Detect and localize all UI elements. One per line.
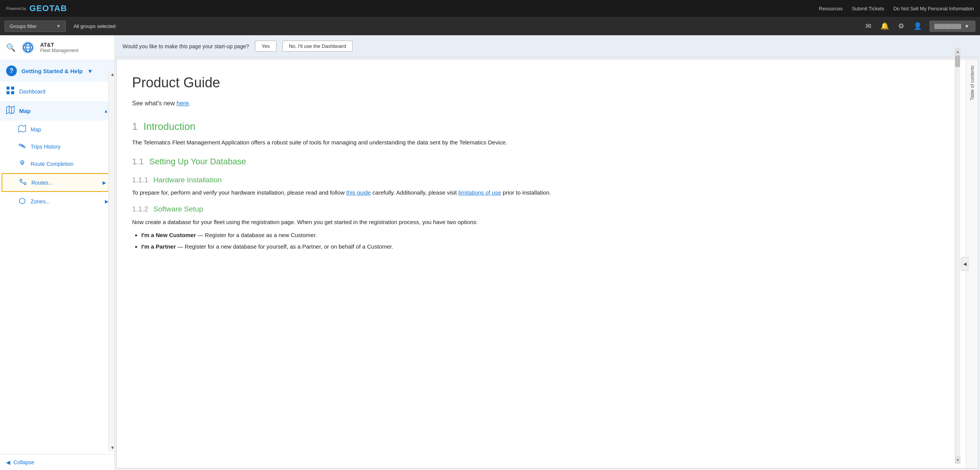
geotab-logo: GEOTAB	[29, 3, 67, 13]
section-111-title: Hardware Installation	[154, 176, 222, 184]
top-bar-logo-area: Powered by GEOTAB	[6, 3, 67, 13]
collapse-button[interactable]: ◀ Collapse	[0, 454, 114, 470]
list-item-partner: I'm a Partner — Register for a new datab…	[141, 242, 951, 251]
zones-label: Zones...	[31, 198, 50, 205]
do-not-sell-link[interactable]: Do Not Sell My Personal Information	[893, 6, 974, 11]
startup-question: Would you like to make this page your st…	[122, 43, 249, 49]
map-label: Map	[31, 126, 41, 133]
see-new-suffix: .	[189, 100, 190, 106]
sidebar-item-dashboard[interactable]: Dashboard	[0, 82, 114, 101]
resources-link[interactable]: Resources	[819, 6, 843, 11]
sidebar-item-getting-started[interactable]: ? Getting Started & Help ▼	[0, 60, 114, 82]
section-112-title: Software Setup	[154, 205, 203, 213]
sidebar-section-map[interactable]: Map ▲	[0, 101, 114, 121]
att-logo-svg	[21, 41, 35, 54]
startup-no-button[interactable]: No, I'll use the Dashboard	[283, 41, 353, 52]
map-section-icon	[6, 106, 15, 116]
section-112-heading: 1.1.2 Software Setup	[132, 203, 951, 215]
startup-yes-button[interactable]: Yes	[255, 41, 276, 52]
sidebar-scroll-up-button[interactable]: ▲	[109, 70, 115, 78]
dashboard-label: Dashboard	[19, 88, 46, 95]
getting-started-label: Getting Started & Help	[21, 68, 83, 74]
section-1-heading: 1 Introduction	[132, 119, 951, 135]
doc-scroll-thumb-inner	[955, 59, 960, 67]
svg-rect-7	[7, 91, 10, 94]
routes-arrow-icon: ▶	[103, 180, 106, 185]
see-new-para: See what's new here.	[132, 98, 951, 108]
limitations-link[interactable]: limitations of use	[458, 189, 501, 196]
groups-filter-button[interactable]: Groups filter ▼	[5, 21, 66, 32]
doc-scroll-down-button[interactable]: ▼	[955, 456, 960, 464]
sidebar-item-routes[interactable]: Routes... ▶	[2, 173, 113, 192]
sidebar-scrollbar: ▲ ▼	[108, 70, 114, 452]
main-layout: 🔍 AT&T Fleet Management ? Getting S	[0, 35, 980, 470]
sidebar-item-zones[interactable]: Zones... ▶	[0, 193, 114, 210]
section-111-body: To prepare for, perform and verify your …	[132, 188, 951, 197]
list-item-new-customer: I'm a New Customer — Register for a data…	[141, 231, 951, 240]
user-dropdown[interactable]: ▓▓▓▓▓▓▓▓ ▼	[929, 21, 975, 32]
product-guide-title: Product Guide	[132, 72, 951, 94]
section-11-title: Setting Up Your Database	[149, 157, 246, 166]
sidebar-scroll-down-button[interactable]: ▼	[109, 444, 115, 452]
zones-arrow-icon: ▶	[105, 199, 108, 204]
sidebar-item-route-completion[interactable]: Route Completion	[0, 155, 114, 172]
content-area: Would you like to make this page your st…	[115, 35, 980, 470]
collapse-icon: ◀	[6, 459, 10, 465]
section-111-heading: 1.1.1 Hardware Installation	[132, 174, 951, 186]
map-icon	[18, 125, 26, 134]
svg-point-15	[19, 144, 21, 146]
doc-area: ▲ ▼ Product Guide See what's new here. 1…	[116, 59, 978, 468]
trips-history-label: Trips History	[31, 144, 60, 150]
section-11-num: 1.1	[132, 157, 144, 166]
partner-text: — Register for a new database for yourse…	[176, 243, 393, 250]
map-sub-items: Map Trips History	[0, 121, 114, 210]
sidebar-bottom: ◀ Collapse	[0, 454, 114, 470]
sidebar-nav: ? Getting Started & Help ▼ Dashboard	[0, 60, 114, 454]
toc-label[interactable]: Table of contents	[970, 66, 975, 100]
dashboard-icon	[6, 86, 15, 97]
doc-scroll-thumb	[955, 59, 960, 456]
all-groups-text: All groups selected	[74, 23, 116, 29]
org-subtitle: Fleet Management	[40, 48, 78, 53]
sidebar-item-map[interactable]: Map	[0, 121, 114, 138]
new-customer-text: — Register for a database as a new Custo…	[196, 232, 317, 238]
partner-bold: I'm a Partner	[141, 243, 176, 250]
user-icon[interactable]: 👤	[912, 20, 923, 32]
getting-started-collapse-icon: ▼	[87, 68, 93, 74]
bell-icon[interactable]: 🔔	[879, 20, 890, 32]
section-1-body: The Telematics Fleet Management Applicat…	[132, 138, 951, 147]
startup-bar: Would you like to make this page your st…	[115, 35, 980, 57]
section-111-body-prefix: To prepare for, perform and verify your …	[132, 189, 346, 196]
this-guide-link[interactable]: this guide	[346, 189, 371, 196]
submit-tickets-link[interactable]: Submit Tickets	[852, 6, 884, 11]
gear-icon[interactable]: ⚙	[897, 20, 906, 32]
toc-sidebar: ◀ Table of contents	[966, 59, 978, 468]
new-customer-bold: I'm a New Customer	[141, 232, 196, 238]
svg-rect-6	[11, 87, 14, 90]
toc-collapse-button[interactable]: ◀	[961, 257, 969, 271]
search-icon[interactable]: 🔍	[6, 43, 16, 52]
section-1-title: Introduction	[144, 121, 196, 132]
map-section-collapse-icon: ▲	[104, 108, 108, 114]
section-112-num: 1.1.2	[132, 205, 148, 213]
trips-history-icon	[18, 142, 26, 151]
powered-by-text: Powered by	[6, 7, 26, 11]
section-1-num: 1	[132, 121, 137, 132]
top-bar-nav: Resources Submit Tickets Do Not Sell My …	[819, 6, 974, 11]
see-new-prefix: See what's new	[132, 100, 176, 106]
route-completion-label: Route Completion	[31, 161, 74, 167]
svg-point-19	[20, 179, 22, 181]
user-dropdown-arrow: ▼	[964, 23, 969, 29]
svg-marker-12	[19, 125, 26, 132]
user-dropdown-name: ▓▓▓▓▓▓▓▓	[934, 23, 961, 29]
mail-icon[interactable]: ✉	[864, 20, 873, 32]
options-list: I'm a New Customer — Register for a data…	[141, 231, 951, 251]
section-11-heading: 1.1 Setting Up Your Database	[132, 155, 951, 168]
section-111-body-suffix: prior to installation.	[501, 189, 551, 196]
route-completion-icon	[18, 159, 26, 168]
sidebar-item-trips-history[interactable]: Trips History	[0, 138, 114, 155]
map-section-label: Map	[19, 108, 31, 114]
section-111-body-mid: carefully. Additionally, please visit	[371, 189, 459, 196]
see-new-link[interactable]: here	[176, 100, 189, 106]
svg-marker-9	[7, 106, 14, 114]
